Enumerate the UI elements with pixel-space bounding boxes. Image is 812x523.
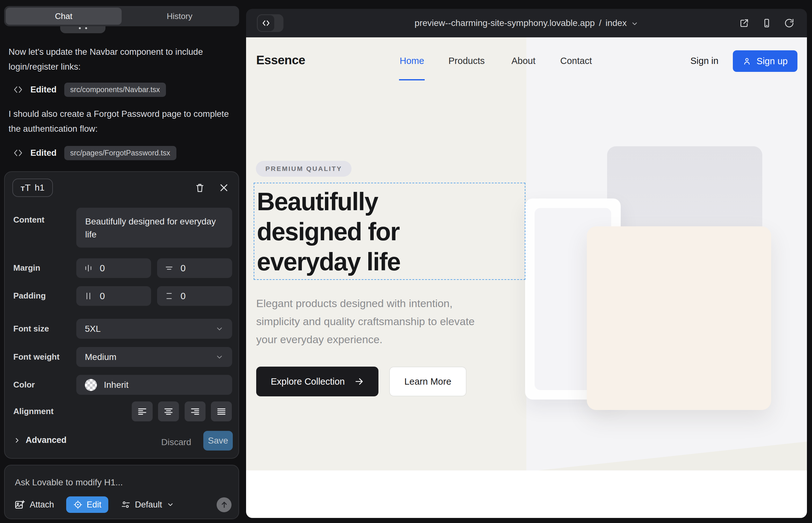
color-label: Color: [13, 380, 35, 390]
sign-up-label: Sign up: [757, 56, 788, 67]
nav-link-contact[interactable]: Contact: [560, 56, 592, 66]
padding-y-input[interactable]: 0: [157, 286, 232, 306]
preview-url: preview--charming-site-symphony.lovable.…: [414, 18, 595, 28]
tab-history[interactable]: History: [122, 7, 237, 25]
chevron-down-icon: [631, 20, 638, 28]
sliders-icon: [121, 500, 130, 509]
transparent-swatch-icon: [85, 379, 97, 391]
discard-button[interactable]: Discard: [161, 437, 191, 447]
content-input[interactable]: Beautifully designed for everyday life: [76, 208, 232, 248]
chat-composer[interactable]: Ask Lovable to modify H1... Attach Edit …: [4, 465, 239, 519]
sign-up-button[interactable]: Sign up: [733, 50, 797, 72]
refresh-button[interactable]: [782, 16, 796, 30]
font-size-select[interactable]: 5XL: [76, 319, 232, 339]
composer-toolbar: Attach Edit Default: [14, 497, 231, 513]
margin-label: Margin: [13, 263, 40, 273]
ellipsis-dot: [79, 27, 81, 29]
align-right-icon: [190, 406, 200, 417]
advanced-label: Advanced: [26, 435, 67, 445]
ellipsis-dot: [85, 27, 87, 29]
explore-collection-button[interactable]: Explore Collection: [256, 366, 378, 396]
font-weight-select[interactable]: Medium: [76, 347, 232, 367]
model-default-label: Default: [135, 500, 162, 510]
truncated-chip[interactable]: [60, 26, 105, 33]
hero-headline: Beautifully designed for everyday life: [257, 186, 525, 277]
url-separator: /: [599, 18, 601, 28]
external-link-icon: [739, 18, 749, 28]
margin-vertical-icon: [165, 264, 174, 273]
target-icon: [73, 500, 83, 509]
attach-button[interactable]: Attach: [14, 499, 54, 510]
chat-history-tabbar: Chat History: [4, 6, 239, 26]
padding-horizontal-icon: [84, 292, 93, 301]
edited-file-chip[interactable]: src/components/Navbar.tsx: [64, 83, 166, 97]
send-button[interactable]: [217, 497, 231, 512]
nav-link-about[interactable]: About: [511, 56, 535, 66]
edited-file-chip[interactable]: src/pages/ForgotPassword.tsx: [64, 146, 176, 160]
composer-input[interactable]: Ask Lovable to modify H1...: [15, 477, 123, 488]
model-default-dropdown[interactable]: Default: [121, 500, 174, 510]
preview-actions: [737, 16, 796, 30]
font-size-value: 5XL: [85, 324, 101, 334]
preview-url-bar[interactable]: preview--charming-site-symphony.lovable.…: [246, 9, 807, 37]
assistant-message: I should also create a Forgot Password p…: [8, 106, 233, 136]
font-weight-label: Font weight: [13, 352, 59, 362]
nav-link-products[interactable]: Products: [448, 56, 484, 66]
edited-file-row[interactable]: Edited src/pages/ForgotPassword.tsx: [13, 146, 176, 160]
site-navbar: Essence Home Products About Contact Sign…: [246, 37, 807, 85]
hero-description: Elegant products designed with intention…: [256, 294, 484, 348]
site-logo[interactable]: Essence: [256, 53, 305, 67]
delete-element-button[interactable]: [194, 181, 206, 194]
edit-mode-label: Edit: [87, 500, 102, 510]
mobile-view-button[interactable]: [760, 16, 774, 30]
attach-label: Attach: [30, 500, 54, 510]
margin-y-input[interactable]: 0: [157, 258, 232, 278]
padding-vertical-icon: [165, 292, 174, 301]
align-right-button[interactable]: [184, 401, 206, 421]
advanced-toggle[interactable]: Advanced: [13, 435, 67, 445]
margin-horizontal-icon: [84, 264, 93, 273]
arrow-right-icon: [354, 377, 364, 386]
smartphone-icon: [762, 18, 772, 28]
margin-x-input[interactable]: 0: [76, 258, 151, 278]
margin-y-value: 0: [180, 263, 186, 273]
edited-file-row[interactable]: Edited src/components/Navbar.tsx: [13, 82, 166, 97]
content-label: Content: [13, 215, 44, 225]
save-button[interactable]: Save: [203, 431, 233, 451]
learn-more-button[interactable]: Learn More: [389, 366, 466, 396]
element-tag-label: h1: [35, 183, 45, 193]
selected-element-tag[interactable]: TT h1: [12, 179, 53, 197]
selected-h1-outline[interactable]: Beautifully designed for everyday life: [254, 183, 525, 280]
nav-link-home[interactable]: Home: [400, 56, 424, 66]
align-center-icon: [163, 406, 174, 417]
code-icon: [13, 148, 23, 158]
edited-label: Edited: [30, 148, 57, 158]
align-center-button[interactable]: [158, 401, 179, 421]
font-size-label: Font size: [13, 324, 49, 334]
align-left-icon: [137, 406, 147, 417]
explore-collection-label: Explore Collection: [271, 376, 345, 387]
preview-topbar: preview--charming-site-symphony.lovable.…: [246, 9, 807, 37]
align-left-button[interactable]: [132, 401, 153, 421]
padding-label: Padding: [13, 291, 46, 301]
edited-label: Edited: [30, 85, 57, 95]
code-icon: [13, 85, 23, 94]
hero-cta-row: Explore Collection Learn More: [256, 366, 466, 396]
color-select[interactable]: Inherit: [76, 375, 232, 395]
padding-y-value: 0: [180, 291, 186, 301]
edit-mode-button[interactable]: Edit: [66, 497, 109, 513]
close-editor-button[interactable]: [217, 181, 230, 194]
chevron-down-icon: [166, 501, 174, 508]
align-justify-button[interactable]: [211, 401, 232, 421]
align-justify-icon: [216, 406, 227, 417]
image-plus-icon: [14, 499, 25, 510]
tab-chat[interactable]: Chat: [6, 7, 122, 25]
color-value: Inherit: [104, 380, 128, 390]
padding-x-input[interactable]: 0: [76, 286, 151, 306]
element-editor-panel: TT h1 Content Beautifully designed for e…: [4, 171, 239, 459]
premium-quality-badge: PREMIUM QUALITY: [256, 161, 352, 177]
sign-in-link[interactable]: Sign in: [690, 56, 719, 66]
open-in-new-tab-button[interactable]: [737, 16, 751, 30]
chevron-right-icon: [13, 437, 21, 444]
arrow-up-icon: [220, 501, 228, 509]
